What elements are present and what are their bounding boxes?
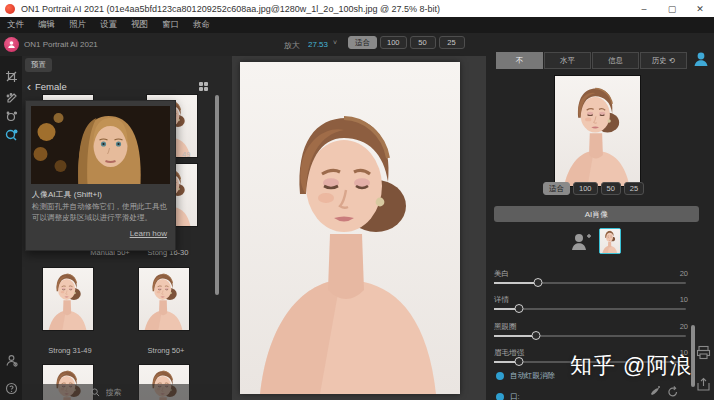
export-share-icon[interactable]	[696, 377, 711, 392]
history-undo-icon: ⟲	[669, 56, 675, 65]
zoom-label: 放大	[284, 40, 300, 51]
category-header[interactable]: ‹ Female	[22, 78, 232, 95]
paint-face-icon[interactable]	[649, 385, 661, 397]
zoom-25-button[interactable]: 25	[439, 36, 465, 49]
canvas-zoom-segments: 适合 100 50 25	[348, 36, 465, 49]
minimize-button[interactable]: –	[630, 0, 658, 17]
reset-undo-icon[interactable]	[667, 385, 679, 397]
slider-value: 10	[680, 295, 688, 304]
presets-tab[interactable]: 预置	[25, 58, 52, 72]
slider-knob[interactable]	[514, 357, 523, 366]
menubar: 文件 编辑 照片 设置 视图 窗口 救命	[0, 17, 714, 33]
tooltip-title: 人像AI工具 (Shift+I)	[32, 189, 102, 200]
help-icon[interactable]	[3, 380, 19, 396]
slider-value: 20	[680, 322, 688, 331]
zoom-value[interactable]: 27.53	[308, 40, 328, 49]
app-name: ON1 Portrait AI 2021	[24, 40, 98, 49]
window-controls: – ▢ ✕	[630, 0, 714, 17]
back-chevron-icon[interactable]: ‹	[27, 82, 31, 92]
tab-info[interactable]: 信息	[592, 52, 639, 69]
toggle-dot-icon	[496, 393, 504, 400]
menu-file[interactable]: 文件	[7, 19, 24, 31]
navigator-preview[interactable]	[555, 76, 640, 186]
menu-help[interactable]: 救命	[193, 19, 210, 31]
panel-tabs: 不 水平 信息 历史 ⟲	[496, 52, 687, 69]
face-section-icons	[649, 385, 679, 397]
add-face-icon[interactable]	[570, 231, 592, 251]
search-input[interactable]	[104, 387, 164, 398]
slider-dark-circles: 黑眼圈 20	[494, 322, 686, 348]
on1-portrait-window: ON1 Portrait AI 2021 (01e4aa5bfd123ca801…	[0, 0, 714, 400]
toggle-label: 自动红眼消除	[510, 371, 555, 381]
window-title: ON1 Portrait AI 2021 (01e4aa5bfd123ca801…	[21, 4, 440, 14]
slider-track[interactable]	[494, 282, 686, 284]
nav-zoom-50-button[interactable]: 50	[601, 182, 621, 195]
presets-panel: 预置 ‹ Female 49 Manual 50+ Stong 16-30 St…	[22, 56, 232, 400]
tab-history-label: 历史	[652, 56, 667, 66]
preset-thumbnail[interactable]	[43, 268, 93, 330]
crop-tool-icon[interactable]	[3, 68, 19, 84]
close-button[interactable]: ✕	[686, 0, 714, 17]
ai-portrait-button[interactable]: AI肖像	[494, 206, 699, 222]
slider-details: 详情 10	[494, 295, 686, 321]
toggle-dot-icon	[496, 372, 504, 380]
zhihu-watermark: 知乎 @阿浪	[570, 351, 692, 381]
learn-how-link[interactable]: Learn how	[130, 229, 167, 238]
on1-logo-icon	[5, 4, 15, 14]
left-toolbar	[0, 56, 22, 400]
presets-scrollbar[interactable]	[215, 95, 219, 295]
user-account-icon[interactable]	[3, 352, 19, 368]
slider-label: 详情	[494, 295, 509, 305]
zoom-caret-icon[interactable]: ˅	[333, 39, 337, 46]
grid-view-icon[interactable]	[199, 82, 208, 91]
toggle-auto-red-eye[interactable]: 自动红眼消除	[496, 371, 555, 381]
category-name: Female	[35, 81, 67, 92]
menu-photo[interactable]: 照片	[69, 19, 86, 31]
portrait-photo[interactable]	[240, 62, 460, 394]
slider-knob[interactable]	[532, 331, 541, 340]
preset-label[interactable]: Strong 50+	[148, 346, 185, 355]
tab-levels[interactable]: 水平	[544, 52, 591, 69]
tooltip-example-image	[31, 106, 170, 184]
preset-search	[22, 384, 232, 400]
face-ai-tool-icon[interactable]	[3, 126, 19, 142]
tooltip-body: 检测面孔并自动修饰它们，使用此工具也可以调整皮肤区域以进行平滑处理。	[32, 201, 170, 223]
nav-zoom-25-button[interactable]: 25	[624, 182, 644, 195]
zoom-fit-button[interactable]: 适合	[348, 36, 377, 49]
slider-value: 20	[680, 269, 688, 278]
titlebar: ON1 Portrait AI 2021 (01e4aa5bfd123ca801…	[0, 0, 714, 17]
maximize-button[interactable]: ▢	[658, 0, 686, 17]
right-panel: 不 水平 信息 历史 ⟲ 适合 100 50 25 AI肖像 美白 20	[486, 33, 714, 400]
blemish-tool-icon[interactable]	[3, 108, 19, 124]
slider-track[interactable]	[494, 308, 686, 310]
nav-zoom-fit-button[interactable]: 适合	[543, 182, 570, 195]
menu-settings[interactable]: 设置	[100, 19, 117, 31]
toggle-mouth[interactable]: 口:	[496, 392, 520, 400]
faces-person-icon[interactable]	[692, 50, 710, 68]
tool-tooltip: 人像AI工具 (Shift+I) 检测面孔并自动修饰它们，使用此工具也可以调整皮…	[25, 100, 176, 251]
preset-thumbnail[interactable]	[139, 268, 189, 330]
slider-knob[interactable]	[514, 304, 523, 313]
retouch-brush-tool-icon[interactable]	[3, 90, 19, 106]
account-avatar-icon[interactable]	[4, 37, 19, 52]
menu-window[interactable]: 窗口	[162, 19, 179, 31]
slider-label: 美白	[494, 269, 509, 279]
tab-none[interactable]: 不	[496, 52, 543, 69]
zoom-50-button[interactable]: 50	[410, 36, 436, 49]
preset-label[interactable]: Strong 31-49	[48, 346, 91, 355]
slider-label: 黑眼圈	[494, 322, 517, 332]
menu-view[interactable]: 视图	[131, 19, 148, 31]
navigator-zoom-segments: 适合 100 50 25	[543, 182, 644, 195]
print-icon[interactable]	[696, 345, 711, 360]
menu-edit[interactable]: 编辑	[38, 19, 55, 31]
slider-track[interactable]	[494, 335, 686, 337]
slider-knob[interactable]	[534, 278, 543, 287]
toggle-label: 口:	[510, 392, 520, 400]
slider-whitening: 美白 20	[494, 269, 686, 295]
zoom-100-button[interactable]: 100	[380, 36, 407, 49]
detected-face-chip[interactable]	[599, 228, 621, 254]
tab-history[interactable]: 历史 ⟲	[640, 52, 687, 69]
nav-zoom-100-button[interactable]: 100	[573, 182, 598, 195]
search-icon	[91, 388, 100, 397]
canvas-area[interactable]	[232, 56, 486, 400]
